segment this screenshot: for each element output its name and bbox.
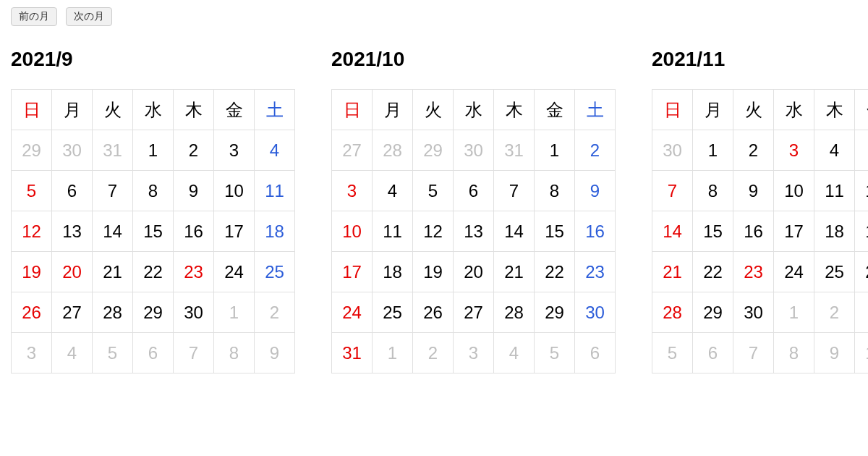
calendar-day-cell[interactable]: 4 [373, 171, 413, 211]
calendar-day-cell[interactable]: 17 [214, 211, 255, 252]
calendar-day-cell[interactable]: 23 [575, 252, 616, 292]
calendar-day-cell[interactable]: 30 [52, 130, 93, 171]
calendar-day-cell[interactable]: 15 [535, 211, 575, 252]
calendar-day-cell[interactable]: 5 [413, 171, 454, 211]
calendar-day-cell[interactable]: 15 [133, 211, 174, 252]
calendar-day-cell[interactable]: 7 [494, 171, 535, 211]
calendar-day-cell[interactable]: 8 [693, 171, 733, 211]
calendar-day-cell[interactable]: 10 [855, 333, 869, 373]
calendar-day-cell[interactable]: 26 [855, 252, 869, 292]
calendar-day-cell[interactable]: 3 [214, 130, 255, 171]
calendar-day-cell[interactable]: 26 [12, 292, 52, 333]
calendar-day-cell[interactable]: 2 [575, 130, 616, 171]
calendar-day-cell[interactable]: 1 [133, 130, 174, 171]
calendar-day-cell[interactable]: 4 [814, 130, 855, 171]
calendar-day-cell[interactable]: 1 [373, 333, 413, 373]
calendar-day-cell[interactable]: 6 [575, 333, 616, 373]
calendar-day-cell[interactable]: 11 [814, 171, 855, 211]
calendar-day-cell[interactable]: 16 [174, 211, 214, 252]
calendar-day-cell[interactable]: 17 [774, 211, 814, 252]
calendar-day-cell[interactable]: 29 [413, 130, 454, 171]
calendar-day-cell[interactable]: 12 [855, 171, 869, 211]
calendar-day-cell[interactable]: 4 [255, 130, 295, 171]
calendar-day-cell[interactable]: 5 [535, 333, 575, 373]
calendar-day-cell[interactable]: 3 [454, 333, 494, 373]
calendar-day-cell[interactable]: 14 [93, 211, 133, 252]
calendar-day-cell[interactable]: 16 [575, 211, 616, 252]
calendar-day-cell[interactable]: 2 [413, 333, 454, 373]
calendar-day-cell[interactable]: 19 [855, 211, 869, 252]
calendar-day-cell[interactable]: 31 [93, 130, 133, 171]
calendar-day-cell[interactable]: 9 [575, 171, 616, 211]
calendar-day-cell[interactable]: 6 [133, 333, 174, 373]
calendar-day-cell[interactable]: 1 [693, 130, 733, 171]
calendar-day-cell[interactable]: 23 [174, 252, 214, 292]
calendar-day-cell[interactable]: 7 [174, 333, 214, 373]
calendar-day-cell[interactable]: 31 [332, 333, 373, 373]
calendar-day-cell[interactable]: 7 [652, 171, 693, 211]
calendar-day-cell[interactable]: 4 [494, 333, 535, 373]
calendar-day-cell[interactable]: 5 [12, 171, 52, 211]
calendar-day-cell[interactable]: 17 [332, 252, 373, 292]
calendar-day-cell[interactable]: 19 [413, 252, 454, 292]
calendar-day-cell[interactable]: 7 [733, 333, 774, 373]
calendar-day-cell[interactable]: 1 [535, 130, 575, 171]
calendar-day-cell[interactable]: 9 [814, 333, 855, 373]
calendar-day-cell[interactable]: 28 [494, 292, 535, 333]
calendar-day-cell[interactable]: 5 [93, 333, 133, 373]
calendar-day-cell[interactable]: 29 [12, 130, 52, 171]
calendar-day-cell[interactable]: 14 [494, 211, 535, 252]
calendar-day-cell[interactable]: 6 [693, 333, 733, 373]
calendar-day-cell[interactable]: 8 [133, 171, 174, 211]
calendar-day-cell[interactable]: 31 [494, 130, 535, 171]
calendar-day-cell[interactable]: 1 [214, 292, 255, 333]
calendar-day-cell[interactable]: 3 [332, 171, 373, 211]
calendar-day-cell[interactable]: 30 [575, 292, 616, 333]
calendar-day-cell[interactable]: 5 [652, 333, 693, 373]
calendar-day-cell[interactable]: 2 [174, 130, 214, 171]
calendar-day-cell[interactable]: 24 [332, 292, 373, 333]
calendar-day-cell[interactable]: 27 [454, 292, 494, 333]
calendar-day-cell[interactable]: 28 [652, 292, 693, 333]
calendar-day-cell[interactable]: 29 [693, 292, 733, 333]
calendar-day-cell[interactable]: 9 [174, 171, 214, 211]
prev-month-button[interactable]: 前の月 [11, 7, 57, 26]
calendar-day-cell[interactable]: 24 [774, 252, 814, 292]
calendar-day-cell[interactable]: 8 [214, 333, 255, 373]
calendar-day-cell[interactable]: 7 [93, 171, 133, 211]
calendar-day-cell[interactable]: 30 [174, 292, 214, 333]
calendar-day-cell[interactable]: 8 [774, 333, 814, 373]
calendar-day-cell[interactable]: 21 [494, 252, 535, 292]
calendar-day-cell[interactable]: 19 [12, 252, 52, 292]
calendar-day-cell[interactable]: 22 [133, 252, 174, 292]
calendar-day-cell[interactable]: 27 [52, 292, 93, 333]
calendar-day-cell[interactable]: 30 [454, 130, 494, 171]
calendar-day-cell[interactable]: 2 [814, 292, 855, 333]
calendar-day-cell[interactable]: 24 [214, 252, 255, 292]
calendar-day-cell[interactable]: 4 [52, 333, 93, 373]
calendar-day-cell[interactable]: 25 [373, 292, 413, 333]
calendar-day-cell[interactable]: 30 [652, 130, 693, 171]
calendar-day-cell[interactable]: 29 [535, 292, 575, 333]
calendar-day-cell[interactable]: 6 [52, 171, 93, 211]
calendar-day-cell[interactable]: 3 [855, 292, 869, 333]
calendar-day-cell[interactable]: 16 [733, 211, 774, 252]
calendar-day-cell[interactable]: 20 [52, 252, 93, 292]
calendar-day-cell[interactable]: 14 [652, 211, 693, 252]
calendar-day-cell[interactable]: 25 [255, 252, 295, 292]
calendar-day-cell[interactable]: 22 [535, 252, 575, 292]
calendar-day-cell[interactable]: 21 [93, 252, 133, 292]
calendar-day-cell[interactable]: 30 [733, 292, 774, 333]
calendar-day-cell[interactable]: 25 [814, 252, 855, 292]
calendar-day-cell[interactable]: 10 [774, 171, 814, 211]
calendar-day-cell[interactable]: 13 [52, 211, 93, 252]
calendar-day-cell[interactable]: 18 [373, 252, 413, 292]
calendar-day-cell[interactable]: 21 [652, 252, 693, 292]
calendar-day-cell[interactable]: 29 [133, 292, 174, 333]
calendar-day-cell[interactable]: 18 [255, 211, 295, 252]
next-month-button[interactable]: 次の月 [66, 7, 112, 26]
calendar-day-cell[interactable]: 22 [693, 252, 733, 292]
calendar-day-cell[interactable]: 27 [332, 130, 373, 171]
calendar-day-cell[interactable]: 12 [12, 211, 52, 252]
calendar-day-cell[interactable]: 6 [454, 171, 494, 211]
